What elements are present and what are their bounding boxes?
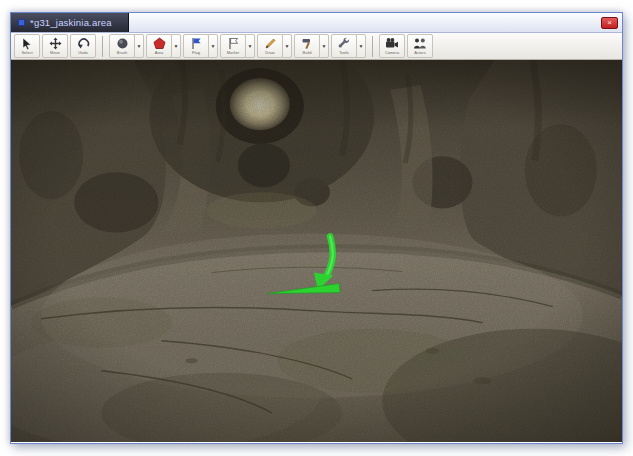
toolbar-button-label-select: Select [21,50,32,55]
toolbar-button-tools[interactable]: Tools [331,34,357,58]
toolbar-button-label-area: Area [155,50,163,55]
toolbar-dropdown-marker[interactable]: ▼ [245,34,255,58]
toolbar-button-label-flag: Flag [192,50,200,55]
toolbar-separator [372,36,373,57]
toolbar-group-marker: Marker▼ [220,34,255,58]
toolbar-dropdown-brush[interactable]: ▼ [134,34,144,58]
document-tab-label: *g31_jaskinia.area [30,17,112,28]
toolbar-group-select: Select [14,34,40,58]
toolbar-group-draw: Draw▼ [257,34,292,58]
undo-icon [77,37,90,51]
toolbar-button-label-camera: Camera [385,50,399,55]
toolbar-dropdown-flag[interactable]: ▼ [208,34,218,58]
marker-flag-icon [227,37,240,51]
toolbar-button-move[interactable]: Move [42,34,68,58]
flag-icon [190,37,203,51]
toolbar-button-label-marker: Marker [227,50,239,55]
toolbar-group-actors: Actors [407,34,433,58]
toolbar-buttons: SelectMoveUndoBrush▼Area▼Flag▼Marker▼Dra… [14,34,433,58]
toolbar-dropdown-area[interactable]: ▼ [171,34,181,58]
toolbar-button-label-undo: Undo [78,50,88,55]
toolbar-button-area[interactable]: Area [146,34,172,58]
toolbar-button-draw[interactable]: Draw [257,34,283,58]
toolbar-button-label-move: Move [50,50,60,55]
toolbar-group-area: Area▼ [146,34,181,58]
move-icon [49,37,62,51]
toolbar-group-undo: Undo [70,34,96,58]
toolbar-button-label-actors: Actors [414,50,425,55]
camera-icon [385,37,399,51]
toolbar-button-build[interactable]: Build [294,34,320,58]
toolbar-dropdown-tools[interactable]: ▼ [356,34,366,58]
toolbar-button-select[interactable]: Select [14,34,40,58]
people-icon [413,37,427,51]
sphere-icon [116,37,129,51]
pencil-icon [264,37,277,51]
desktop-background: *g31_jaskinia.area × SelectMoveUndoBrush… [0,0,633,456]
toolbar-group-camera: Camera [379,34,405,58]
toolbar-dropdown-draw[interactable]: ▼ [282,34,292,58]
pointer-icon [21,37,34,51]
toolbar-group-move: Move [42,34,68,58]
pentagon-icon [153,37,166,51]
file-icon [18,19,25,26]
document-tab[interactable]: *g31_jaskinia.area [11,13,129,32]
toolbar-button-label-tools: Tools [339,50,348,55]
toolbar-separator [102,36,103,57]
toolbar-group-tools: Tools▼ [331,34,366,58]
hammer-icon [301,37,314,51]
toolbar-button-undo[interactable]: Undo [70,34,96,58]
close-button[interactable]: × [601,17,618,29]
title-bar: *g31_jaskinia.area × [11,13,622,33]
toolbar-group-brush: Brush▼ [109,34,144,58]
toolbar-button-flag[interactable]: Flag [183,34,209,58]
toolbar-group-build: Build▼ [294,34,329,58]
toolbar-button-label-draw: Draw [265,50,274,55]
viewport [11,60,622,442]
toolbar-button-brush[interactable]: Brush [109,34,135,58]
toolbar-button-marker[interactable]: Marker [220,34,246,58]
toolbar-button-camera[interactable]: Camera [379,34,405,58]
toolbar-group-flag: Flag▼ [183,34,218,58]
toolbar: SelectMoveUndoBrush▼Area▼Flag▼Marker▼Dra… [11,33,622,60]
editor-window: *g31_jaskinia.area × SelectMoveUndoBrush… [10,12,623,444]
cave-scene [11,60,622,442]
toolbar-button-actors[interactable]: Actors [407,34,433,58]
wrench-icon [338,37,351,51]
toolbar-button-label-build: Build [303,50,312,55]
toolbar-button-label-brush: Brush [117,50,127,55]
toolbar-dropdown-build[interactable]: ▼ [319,34,329,58]
viewport-canvas[interactable] [11,60,622,442]
